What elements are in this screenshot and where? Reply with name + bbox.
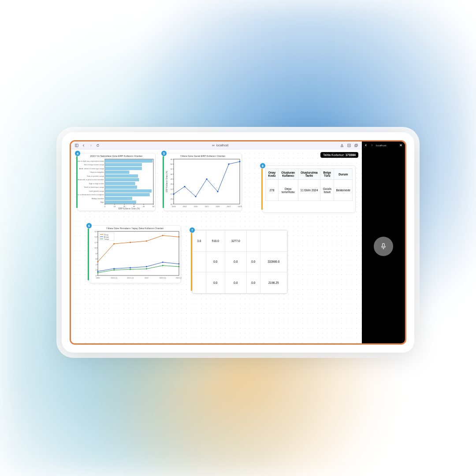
table-cell: 510.0 xyxy=(206,231,225,252)
svg-text:2021 (2): 2021 (2) xyxy=(127,277,134,279)
widget-4-badge: 4 xyxy=(75,151,80,156)
svg-point-111 xyxy=(146,240,147,242)
table-cell xyxy=(193,251,206,272)
svg-text:0: 0 xyxy=(104,205,106,208)
widget-8-table: Onay KoduOluşturan KullanıcıOluşturulma … xyxy=(265,168,353,201)
svg-text:ERP Kullanım Oranı (%): ERP Kullanım Oranı (%) xyxy=(119,208,140,210)
table-header: Oluşturan Kullanıcı xyxy=(278,169,298,180)
widget-5[interactable]: 5 Yıllara Göre Genel ERP Kullanım Oranla… xyxy=(164,153,242,211)
svg-text:2013: 2013 xyxy=(172,205,176,208)
table-header: Onay Kodu xyxy=(266,169,279,180)
forward-icon[interactable] xyxy=(89,143,93,148)
new-tab-icon[interactable] xyxy=(347,143,351,148)
svg-text:2020: 2020 xyxy=(96,277,100,279)
widget-6-badge: 6 xyxy=(86,223,92,228)
svg-text:Avrupa: Avrupa xyxy=(104,236,109,238)
widget-6[interactable]: 6 Yıllara Göre Firmaların Yapay Zeka Kul… xyxy=(89,225,181,283)
sidebar-icon[interactable] xyxy=(74,143,79,148)
table-cell: 0.0 xyxy=(206,251,225,272)
widget-7-table: 3.0510.03277.00.00.00.0333906.00.00.00.0… xyxy=(192,230,287,294)
back-icon[interactable] xyxy=(364,144,368,147)
svg-point-113 xyxy=(178,236,180,238)
table-header: Oluşturulma Tarihi xyxy=(298,169,320,180)
svg-text:32: 32 xyxy=(171,168,173,170)
url-text: localhost xyxy=(216,144,229,147)
svg-text:28: 28 xyxy=(171,178,173,180)
table-header: Belge Türü xyxy=(320,169,334,180)
svg-text:8: 8 xyxy=(96,253,97,255)
svg-text:2019: 2019 xyxy=(216,205,220,208)
share-icon[interactable] xyxy=(340,143,344,148)
svg-point-76 xyxy=(195,196,196,197)
svg-text:Kağıt ve kağıt ürünleri: Kağıt ve kağıt ürünleri xyxy=(89,183,104,185)
svg-text:24: 24 xyxy=(171,188,173,190)
svg-text:12: 12 xyxy=(95,242,97,244)
dashboard-canvas[interactable]: Tahta Kodunuz: 173384 4 2023 Yılı Sektör… xyxy=(71,149,362,343)
svg-text:40: 40 xyxy=(143,205,145,208)
widget-5-title: Yıllara Göre Genel ERP Kullanım Oranları xyxy=(164,153,242,157)
table-cell: 0.0 xyxy=(225,272,246,294)
svg-point-127 xyxy=(146,268,147,270)
svg-point-129 xyxy=(178,266,180,268)
svg-text:Lastik (plastik) sanayii: Lastik (plastik) sanayii xyxy=(89,190,104,192)
svg-text:Akrilik, dökme ve metal eşya s: Akrilik, dökme ve metal eşya sanayii xyxy=(79,168,104,170)
svg-text:26: 26 xyxy=(171,183,173,185)
reload-icon[interactable] xyxy=(96,143,100,148)
table-cell: 0.0 xyxy=(246,251,260,272)
svg-point-124 xyxy=(97,272,99,273)
svg-point-108 xyxy=(97,261,99,262)
svg-rect-21 xyxy=(105,160,152,163)
table-cell: 0.0 xyxy=(225,251,246,272)
svg-text:2023 (2): 2023 (2) xyxy=(176,277,182,279)
table-cell: 0.0 xyxy=(206,272,225,294)
svg-point-126 xyxy=(130,269,131,270)
svg-text:6: 6 xyxy=(96,258,97,260)
forward-icon[interactable] xyxy=(370,144,373,147)
widget-7-badge: 7 xyxy=(190,227,195,233)
widget-7[interactable]: 7 3.0510.03277.00.00.00.0333906.00.00.00… xyxy=(192,230,288,294)
svg-text:2021 (1): 2021 (1) xyxy=(111,277,118,279)
widget-4-chart: 01020304050Bilgi/sayarlar ve ilişkili ar… xyxy=(78,157,156,210)
link-icon xyxy=(212,144,215,147)
table-row: 0.00.00.02198.25 xyxy=(193,272,287,294)
back-icon[interactable] xyxy=(82,143,86,148)
microphone-button[interactable] xyxy=(374,237,393,256)
svg-rect-37 xyxy=(105,190,152,193)
widget-6-title: Yıllara Göre Firmaların Yapay Zeka Kulla… xyxy=(89,226,181,230)
svg-text:Elektrik, gaz, buhar ve ikliml: Elektrik, gaz, buhar ve iklimlendirme ür… xyxy=(78,194,104,196)
widget-4-edge xyxy=(76,156,78,208)
table-header: Durum xyxy=(334,169,353,180)
svg-rect-29 xyxy=(105,175,138,178)
svg-rect-35 xyxy=(105,186,137,189)
svg-rect-46 xyxy=(174,159,240,204)
table-cell xyxy=(193,272,206,294)
address-bar[interactable]: localhost xyxy=(212,144,229,147)
svg-point-120 xyxy=(162,262,164,263)
microphone-icon xyxy=(379,242,387,250)
svg-text:2014: 2014 xyxy=(183,205,187,208)
svg-point-112 xyxy=(162,235,164,236)
svg-text:2022: 2022 xyxy=(145,277,149,279)
close-icon[interactable] xyxy=(399,144,402,147)
svg-text:2023 (1): 2023 (1) xyxy=(160,277,167,279)
svg-text:0: 0 xyxy=(96,275,97,277)
table-cell xyxy=(260,231,287,252)
svg-rect-2 xyxy=(341,145,343,146)
svg-point-116 xyxy=(97,271,99,272)
svg-rect-6 xyxy=(355,145,357,147)
widget-5-edge xyxy=(163,156,164,208)
device-frame: localhost Tahta Kodunuz: 173384 4 2023 Y… xyxy=(62,132,414,353)
widget-4[interactable]: 4 2023 Yılı Sektörlere Göre ERP Kullanım… xyxy=(77,153,156,211)
svg-text:Ulaştırma faaliyetleri: Ulaştırma faaliyetleri xyxy=(90,171,104,173)
widget-8[interactable]: 8 Onay KoduOluşturan KullanıcıOluşturulm… xyxy=(262,165,356,213)
svg-rect-25 xyxy=(105,167,142,170)
svg-point-117 xyxy=(113,268,115,269)
svg-rect-33 xyxy=(105,182,135,185)
table-header-row: Onay KoduOluşturan KullanıcıOluşturulma … xyxy=(266,169,353,180)
widget-5-badge: 5 xyxy=(161,151,167,156)
tabs-icon[interactable] xyxy=(354,143,358,148)
widget-8-edge xyxy=(261,168,263,210)
widget-6-chart: 024681012141620202021 (1)2021 (2)2022202… xyxy=(89,230,182,283)
svg-rect-39 xyxy=(105,193,149,197)
svg-text:Türkiye: Türkiye xyxy=(104,238,109,240)
